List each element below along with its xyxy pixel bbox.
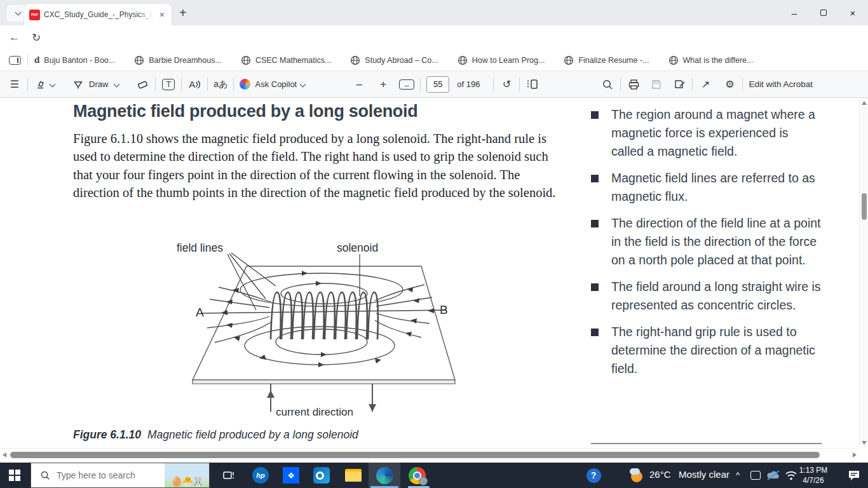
fit-to-width-icon[interactable]: ↔: [399, 76, 414, 93]
navigation-bar: ← ↻ ⓘ File C:/Users/Sariah%20Mc%20Lean/D…: [0, 25, 868, 50]
eraser-icon[interactable]: [135, 76, 149, 93]
label-b: B: [440, 303, 448, 316]
translate-icon[interactable]: aあ: [214, 76, 227, 93]
new-tab-button[interactable]: +: [179, 6, 187, 20]
fullscreen-icon[interactable]: ↗: [698, 76, 712, 93]
taskbar-clock[interactable]: 1:13 PM 4/7/26: [796, 465, 831, 485]
tab-close-icon[interactable]: ×: [158, 10, 166, 20]
window-minimize-button[interactable]: –: [780, 0, 809, 25]
window-close-button[interactable]: ×: [838, 0, 867, 25]
add-text-icon[interactable]: T: [161, 76, 175, 93]
highlighter-icon[interactable]: [34, 76, 48, 93]
bookmark-item[interactable]: Study Abroad – Co...: [350, 55, 438, 65]
page-view-icon[interactable]: [526, 76, 539, 93]
list-item: Magnetic field lines are referred to as …: [591, 169, 824, 206]
page-number-input[interactable]: [426, 76, 449, 93]
easter-seasonal-graphic[interactable]: 🥚🐣🐰: [165, 463, 209, 487]
pdf-file-icon: PDF: [29, 10, 40, 20]
pdf-page: Magnetic field produced by a long soleno…: [0, 98, 859, 448]
horizontal-scrollbar[interactable]: [0, 448, 859, 463]
start-button[interactable]: [0, 463, 28, 488]
edge-app-button[interactable]: [369, 463, 400, 488]
bookmark-item[interactable]: Barbie Dreamhous...: [134, 55, 222, 65]
draw-pen-icon[interactable]: [71, 76, 85, 93]
weather-icon: [630, 467, 646, 484]
globe-icon: [564, 55, 574, 65]
vertical-scroll-thumb[interactable]: [862, 193, 867, 220]
edit-with-acrobat-button[interactable]: Edit with Acrobat: [749, 79, 813, 89]
print-icon[interactable]: [627, 76, 641, 93]
hp-icon: hp: [252, 467, 269, 484]
globe-icon: [241, 55, 251, 65]
bookmark-item[interactable]: Finalize Resume -...: [564, 55, 649, 65]
weather-tray-button[interactable]: 3: [624, 463, 652, 488]
save-as-icon[interactable]: [672, 76, 686, 93]
bookmark-item[interactable]: How to Learn Prog...: [458, 55, 545, 65]
task-view-button[interactable]: [215, 463, 243, 488]
scroll-down-arrow[interactable]: [862, 441, 867, 445]
bookmark-item[interactable]: CSEC Mathematics...: [241, 55, 331, 65]
scroll-up-arrow[interactable]: [862, 101, 867, 105]
active-tab[interactable]: PDF CXC_Study_Guide_-_Physics_Unit_2 ×: [24, 4, 172, 25]
table-of-contents-icon[interactable]: ☰: [8, 76, 22, 93]
file-explorer-icon: [345, 469, 362, 482]
rotate-icon[interactable]: ↺: [499, 76, 513, 93]
get-help-tray-button[interactable]: ?!: [580, 463, 607, 488]
list-item: The region around a magnet where a magne…: [591, 105, 824, 161]
globe-icon: [458, 55, 468, 65]
scroll-right-arrow[interactable]: [853, 452, 857, 458]
refresh-icon[interactable]: ↻: [32, 31, 41, 44]
bookmarks-bar: dBuju Banton - Boo... Barbie Dreamhous..…: [0, 50, 868, 71]
figure-caption-number: Figure 6.1.10: [73, 428, 141, 441]
hp-app-button[interactable]: hp: [247, 463, 275, 488]
horizontal-scroll-thumb[interactable]: [10, 452, 820, 458]
file-explorer-button[interactable]: [339, 463, 367, 488]
restore-icon: [820, 10, 827, 16]
ask-copilot-label[interactable]: Ask Copilot: [255, 79, 297, 89]
weather-temperature[interactable]: 26°C: [649, 469, 671, 480]
key-points-list: The region around a magnet where a magne…: [591, 105, 824, 386]
notification-center-button[interactable]: 3: [840, 463, 868, 488]
dropbox-app-button[interactable]: ❖: [277, 463, 305, 488]
key-point-text: Magnetic field lines are referred to as …: [611, 169, 824, 206]
back-icon[interactable]: ←: [9, 31, 20, 44]
chevron-down-icon[interactable]: [114, 81, 120, 88]
globe-icon: [134, 55, 144, 65]
chrome-app-button[interactable]: [403, 463, 431, 488]
outlook-app-button[interactable]: [308, 463, 336, 488]
sidebar-icon[interactable]: [9, 56, 21, 65]
chevron-down-icon[interactable]: [50, 81, 56, 88]
read-aloud-icon[interactable]: A: [187, 76, 201, 93]
zoom-in-icon[interactable]: +: [376, 76, 390, 93]
section-divider: [591, 443, 822, 444]
device-icon: [750, 471, 761, 480]
bookmark-item[interactable]: What is the differe...: [668, 55, 754, 65]
vertical-scrollbar[interactable]: [859, 98, 868, 448]
label-current-direction: current direction: [276, 406, 353, 418]
bookmark-item[interactable]: dBuju Banton - Boo...: [34, 55, 115, 65]
zoom-out-icon[interactable]: –: [352, 76, 366, 93]
draw-label[interactable]: Draw: [89, 79, 108, 89]
divider: [27, 55, 28, 66]
window-restore-button[interactable]: [809, 0, 838, 25]
bullet-square-icon: [591, 175, 599, 182]
list-item: The direction of the field line at a poi…: [591, 214, 824, 269]
search-input[interactable]: [57, 470, 158, 480]
bullet-square-icon: [591, 111, 599, 119]
chevron-down-icon[interactable]: [300, 81, 306, 88]
bullet-square-icon: [591, 283, 599, 291]
bookmark-label: What is the differe...: [683, 56, 754, 65]
search-icon: [40, 470, 50, 480]
weather-condition[interactable]: Mostly clear: [679, 469, 729, 480]
bookmark-label: Finalize Resume -...: [578, 56, 649, 65]
taskbar-search-box[interactable]: 🥚🐣🐰: [31, 463, 210, 488]
bullet-square-icon: [591, 220, 599, 227]
search-icon[interactable]: [600, 76, 614, 93]
settings-gear-icon[interactable]: ⚙: [722, 76, 736, 93]
cloud-icon: [766, 470, 780, 480]
bookmark-label: CSEC Mathematics...: [255, 56, 331, 65]
scroll-left-arrow[interactable]: [3, 452, 6, 458]
copilot-icon[interactable]: [240, 79, 250, 90]
hidden-icons-chevron[interactable]: ^: [736, 470, 740, 480]
solenoid-figure: field lines solenoid A B current directi…: [158, 239, 475, 423]
